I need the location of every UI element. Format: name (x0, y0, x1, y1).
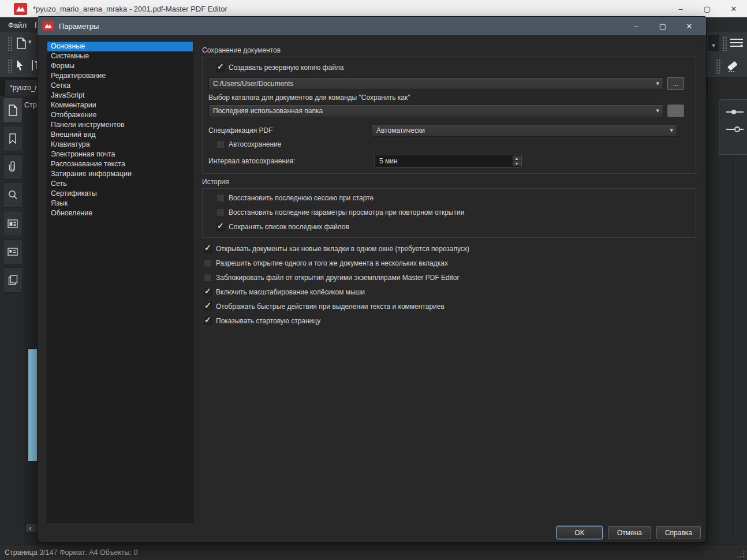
pdf-specification-combobox[interactable]: Автоматически ▾ (372, 124, 677, 137)
category-item[interactable]: Сеть (47, 179, 193, 189)
category-item[interactable]: Затирание информации (47, 169, 193, 179)
start-page-checkbox[interactable]: ✓ (204, 317, 212, 325)
dialog-titlebar[interactable]: Параметры – ▢ ✕ (38, 17, 706, 35)
slider-filled-icon[interactable] (726, 108, 744, 116)
category-item[interactable]: Сетка (47, 81, 193, 91)
ok-button[interactable]: OK (556, 526, 603, 539)
category-item[interactable]: Распознавание текста (47, 159, 193, 169)
paperclip-icon (9, 161, 17, 173)
resize-grip[interactable] (737, 550, 745, 558)
eraser-icon[interactable] (725, 58, 740, 73)
check-icon: ✓ (204, 317, 212, 323)
tabs-one-window-checkbox[interactable]: ✓ (204, 245, 212, 253)
new-document-dropdown-icon[interactable]: ▾ (28, 38, 32, 46)
backup-path-browse-button[interactable]: ... (667, 77, 684, 90)
dialog-maximize-button[interactable]: ▢ (649, 17, 676, 35)
autosave-checkbox-row[interactable]: ✓ Автосохранение (216, 140, 281, 148)
category-item[interactable]: Электронная почта (47, 150, 193, 159)
wheel-zoom-checkbox[interactable]: ✓ (204, 288, 212, 296)
restore-session-checkbox-row[interactable]: ✓ Восстановить последнюю сессию при стар… (216, 194, 374, 202)
search-icon (8, 190, 18, 200)
form-fields-icon (8, 219, 18, 228)
checkbox-label: Открывать документы как новые вкладки в … (216, 245, 469, 253)
help-button[interactable]: Справка (656, 526, 701, 539)
lock-file-checkbox[interactable]: ✓ (204, 274, 212, 282)
saveas-folder-value: Последняя использованная папка (213, 107, 323, 115)
category-item[interactable]: Редактирование (47, 71, 193, 81)
category-item[interactable]: Системные (47, 51, 193, 61)
category-item[interactable]: Комментарии (47, 100, 193, 110)
category-item[interactable]: JavaScript (47, 91, 193, 100)
backup-copy-checkbox[interactable]: ✓ (216, 64, 225, 72)
restore-session-checkbox[interactable]: ✓ (216, 194, 225, 202)
category-item[interactable]: Формы (47, 61, 193, 71)
same-doc-multi-tabs-checkbox-row[interactable]: ✓ Разрешить открытие одного и того же до… (204, 259, 448, 267)
attachments-panel-button[interactable] (3, 154, 23, 180)
lock-file-checkbox-row[interactable]: ✓ Заблокировать файл от открытия другими… (204, 274, 459, 282)
window-minimize-button[interactable]: – (667, 0, 694, 17)
wheel-zoom-checkbox-row[interactable]: ✓ Включить масштабирование колёсиком мыш… (204, 288, 365, 296)
slider-outline-icon[interactable] (726, 125, 744, 133)
toolbar-grip-handle[interactable] (716, 59, 721, 74)
recent-files-checkbox-row[interactable]: ✓ Сохранять список последних файлов (216, 223, 349, 231)
copy-stack-icon (8, 275, 18, 285)
panel-divider (732, 155, 733, 542)
toolbar-grip-handle[interactable] (8, 36, 13, 51)
pdf-specification-label: Спецификация PDF (208, 126, 273, 135)
category-item[interactable]: Основные (47, 42, 193, 51)
window-maximize-button[interactable]: ▢ (694, 0, 720, 17)
scroll-left-button[interactable]: ‹ (25, 524, 35, 533)
menu-item-file[interactable]: Файл (8, 21, 27, 29)
dialog-minimize-button[interactable]: – (623, 17, 649, 35)
new-document-icon[interactable] (16, 38, 27, 49)
document-tab[interactable]: *pyuzo_ma (5, 79, 40, 96)
backup-path-combobox[interactable]: C:/Users/User/Documents ▾ (208, 77, 663, 90)
category-item[interactable]: Панели инструментов (47, 120, 193, 130)
select-pointer-icon[interactable] (16, 59, 24, 71)
restore-view-params-checkbox-row[interactable]: ✓ Восстановить последние параметры просм… (216, 208, 464, 216)
layers-panel-button[interactable] (3, 267, 23, 293)
tabs-one-window-checkbox-row[interactable]: ✓ Открывать документы как новые вкладки … (204, 245, 469, 253)
pages-panel-button[interactable] (3, 98, 23, 123)
spinner-up-icon[interactable]: ▲ (513, 156, 521, 160)
check-icon: ✓ (217, 223, 225, 229)
quick-actions-checkbox-row[interactable]: ✓ Отображать быстрые действия при выделе… (204, 303, 445, 311)
signatures-panel-button[interactable] (3, 239, 23, 264)
combobox-dropdown-icon: ▾ (656, 107, 659, 114)
category-item[interactable]: Клавиатура (47, 140, 193, 150)
toolbar-overflow-dropdown-icon[interactable]: ▾ (708, 35, 719, 51)
recent-files-checkbox[interactable]: ✓ (216, 223, 225, 231)
form-fields-panel-button[interactable] (3, 211, 23, 236)
check-icon: ✓ (204, 303, 212, 308)
autosave-interval-label: Интервал автосохранения: (208, 157, 296, 165)
autosave-checkbox[interactable]: ✓ (216, 140, 225, 148)
cancel-button[interactable]: Отмена (608, 526, 651, 539)
checkbox-label: Отображать быстрые действия при выделени… (216, 303, 445, 311)
backup-copy-checkbox-row[interactable]: ✓ Создавать резервную копию файла (216, 64, 344, 72)
dialog-close-button[interactable]: ✕ (676, 17, 703, 35)
toolbar-grip-handle[interactable] (722, 36, 727, 51)
category-item[interactable]: Язык (47, 199, 193, 208)
quick-actions-checkbox[interactable]: ✓ (204, 303, 212, 311)
main-window: *pyuzo_mario_arena_mraka - 2001.pdf-Mast… (0, 0, 747, 560)
bookmarks-panel-button[interactable] (3, 126, 23, 151)
toolbar-row-1-right: ▾ ▾ (708, 32, 747, 54)
window-close-button[interactable]: ✕ (720, 0, 747, 17)
same-doc-multi-tabs-checkbox[interactable]: ✓ (204, 259, 212, 267)
checkbox-label: Автосохранение (229, 140, 281, 148)
toolbar-grip-handle[interactable] (8, 59, 13, 73)
autosave-interval-spinner[interactable]: 5 мин ▲ ▼ (375, 155, 522, 167)
window-title: *pyuzo_mario_arena_mraka - 2001.pdf-Mast… (33, 5, 227, 13)
restore-view-params-checkbox[interactable]: ✓ (216, 208, 225, 216)
category-item[interactable]: Обновление (47, 208, 193, 218)
spinner-down-icon[interactable]: ▼ (513, 161, 521, 166)
start-page-checkbox-row[interactable]: ✓ Показывать стартовую страницу (204, 317, 320, 325)
category-item[interactable]: Внешний вид (47, 130, 193, 140)
right-rail: ▾ ▾ (708, 32, 747, 544)
search-panel-button[interactable] (3, 182, 23, 208)
saveas-folder-combobox[interactable]: Последняя использованная папка ▾ (208, 104, 663, 117)
app-logo-icon (14, 3, 27, 15)
left-panel-iconstrip (0, 96, 24, 544)
category-item[interactable]: Отображение (47, 110, 193, 120)
category-item[interactable]: Сертификаты (47, 189, 193, 199)
